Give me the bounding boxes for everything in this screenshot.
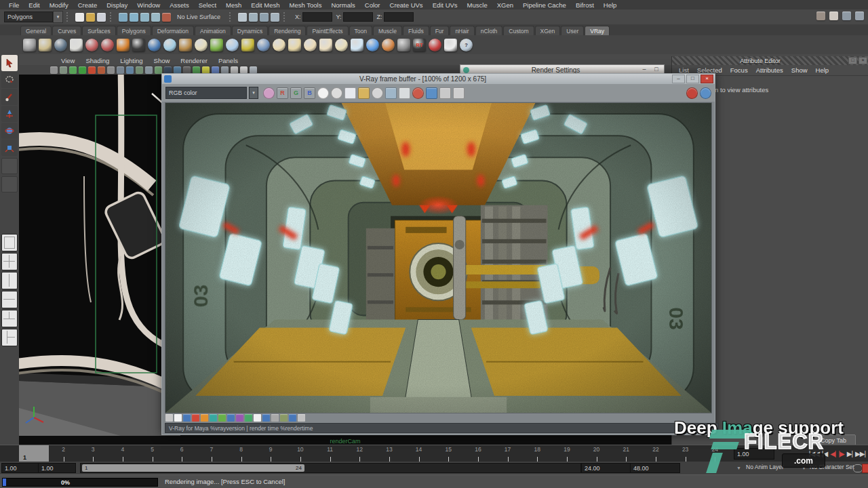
auto-keyframe-toggle-icon[interactable]	[853, 464, 863, 472]
divider[interactable]	[283, 12, 288, 22]
frame-tick[interactable]: 11	[315, 445, 345, 462]
render-last-icon[interactable]	[700, 87, 711, 99]
attribute-editor-menu-item[interactable]: Show	[791, 66, 808, 74]
vray-barrel-icon[interactable]	[257, 39, 270, 52]
viewport-toolbar-icon[interactable]	[202, 66, 210, 74]
frame-tick[interactable]: 15	[433, 445, 463, 462]
viewport-toolbar-icon[interactable]	[164, 66, 172, 74]
attribute-editor-title-bar[interactable]: Attribute Editor □ ×	[672, 56, 868, 65]
shelf-tab[interactable]: nCloth	[475, 26, 503, 35]
snap-point-icon[interactable]	[140, 13, 149, 22]
playback-button[interactable]: ▶▶|	[855, 450, 865, 458]
vray-capsule-icon[interactable]	[304, 39, 317, 52]
viewport-menu-item[interactable]: Lighting	[120, 57, 142, 64]
time-slider[interactable]: 123456789101112131415161718192021222324 …	[0, 445, 868, 462]
frame-tick[interactable]: 23	[671, 445, 701, 462]
menu-item[interactable]: Color	[360, 1, 385, 9]
show-corrections-icon[interactable]	[263, 87, 275, 99]
shelf-tab[interactable]: Dynamics	[232, 26, 268, 35]
viewport-toolbar-icon[interactable]	[221, 66, 229, 74]
frame-tick[interactable]: 12	[344, 445, 374, 462]
viewport-toolbar-icon[interactable]	[212, 66, 219, 74]
modeling-toolkit-toggle-icon[interactable]	[816, 12, 825, 20]
stamp-icon[interactable]	[439, 87, 451, 99]
viewport-toolbar-icon[interactable]	[60, 66, 67, 74]
playback-button[interactable]: ◀|	[830, 450, 835, 458]
green-channel-button[interactable]: G	[290, 87, 302, 99]
vfb-bottom-icon[interactable]	[192, 414, 199, 422]
shelf-tab[interactable]: Toon	[349, 26, 372, 35]
vray-dome-light-icon[interactable]	[148, 39, 161, 52]
playback-button[interactable]: |▶	[838, 450, 844, 458]
frame-tick[interactable]: 13	[374, 445, 404, 462]
snap-curve-icon[interactable]	[130, 13, 138, 22]
attribute-editor-menu-item[interactable]: Help	[816, 66, 829, 74]
compare-horizontal-icon[interactable]	[453, 87, 465, 99]
anim-layer-selector[interactable]: No Anim Layer	[746, 464, 784, 470]
menu-item[interactable]: Edit UVs	[428, 1, 462, 9]
vray-dome-geo-icon[interactable]	[273, 39, 285, 52]
make-live-icon[interactable]	[162, 13, 171, 22]
divider[interactable]	[229, 12, 233, 22]
minimize-button[interactable]: –	[639, 66, 649, 73]
viewport-toolbar-icon[interactable]	[240, 66, 248, 74]
layout-four-pane-button[interactable]	[1, 253, 18, 270]
frame-tick[interactable]: 19	[552, 445, 582, 462]
open-render-view-icon[interactable]	[249, 13, 258, 22]
move-tool[interactable]	[1, 106, 18, 122]
snap-grid-icon[interactable]	[119, 13, 127, 22]
menu-item[interactable]: Muscle	[462, 1, 492, 9]
frame-tick[interactable]: 3	[78, 445, 108, 462]
vray-rt-icon[interactable]: RT	[413, 39, 426, 52]
frame-tick[interactable]: 18	[522, 445, 552, 462]
construction-history-icon[interactable]	[238, 13, 247, 22]
frame-tick[interactable]: 6	[167, 445, 197, 462]
divider[interactable]	[110, 12, 114, 22]
frame-tick[interactable]: 22	[641, 445, 671, 462]
frame-tick[interactable]: 24	[700, 445, 730, 462]
snap-projected-center-icon[interactable]	[151, 13, 160, 22]
frame-tick[interactable]: 21	[611, 445, 641, 462]
shelf-tab[interactable]: Custom	[503, 26, 534, 35]
attribute-editor-toggle-icon[interactable]	[829, 12, 838, 20]
vfb-bottom-icon[interactable]	[201, 414, 208, 422]
frame-tick[interactable]: 2	[49, 445, 79, 462]
vray-help-icon[interactable]: ?	[460, 39, 473, 52]
shelf-tab[interactable]: Animation	[195, 26, 231, 35]
vfb-bottom-icon[interactable]	[298, 414, 305, 422]
duplicate-to-host-icon[interactable]	[385, 87, 397, 99]
ipr-render-icon[interactable]	[271, 13, 279, 22]
menu-item[interactable]: Display	[102, 1, 132, 9]
current-time-field[interactable]: 1.00	[734, 448, 774, 460]
frame-tick[interactable]: 9	[256, 445, 285, 462]
frame-tick[interactable]: 7	[197, 445, 226, 462]
attribute-editor-menu-item[interactable]: Focus	[730, 66, 748, 74]
vray-balloons-icon[interactable]	[101, 39, 114, 52]
vray-egg-shell-icon[interactable]	[195, 39, 208, 52]
vfb-bottom-icon[interactable]	[289, 414, 296, 422]
vfb-bottom-icon[interactable]	[174, 414, 182, 422]
region-render-icon[interactable]	[412, 87, 424, 99]
shelf-tab[interactable]: Muscle	[373, 26, 402, 35]
blue-channel-button[interactable]: B	[304, 87, 315, 99]
viewport-toolbar-icon[interactable]	[174, 66, 181, 74]
vray-burst-flower-icon[interactable]	[226, 39, 239, 52]
menu-item[interactable]: Edit Mesh	[246, 1, 284, 9]
vray-starburst-icon[interactable]	[335, 39, 348, 52]
menu-item[interactable]: Edit	[24, 1, 44, 9]
vray-sphere-gizmo-icon[interactable]	[54, 39, 67, 52]
channel-box-toggle-icon[interactable]	[855, 12, 864, 20]
vray-spline-icon[interactable]	[241, 39, 254, 52]
range-start-handle[interactable]: 1	[85, 465, 87, 471]
shelf-tab[interactable]: User	[561, 26, 584, 35]
layout-two-pane-side-button[interactable]	[1, 272, 18, 289]
shelf-tab[interactable]: PaintEffects	[307, 26, 348, 35]
menu-set-selector[interactable]: Polygons	[4, 12, 53, 22]
shelf-tab[interactable]: nHair	[450, 26, 474, 35]
mono-channel-icon[interactable]	[317, 87, 329, 99]
frame-tick[interactable]: 20	[582, 445, 612, 462]
menu-item[interactable]: Window	[132, 1, 165, 9]
animation-start-field[interactable]: 1.00	[1, 463, 39, 473]
frame-tick[interactable]: 10	[285, 445, 315, 462]
shelf-tab[interactable]: Deformation	[152, 26, 194, 35]
